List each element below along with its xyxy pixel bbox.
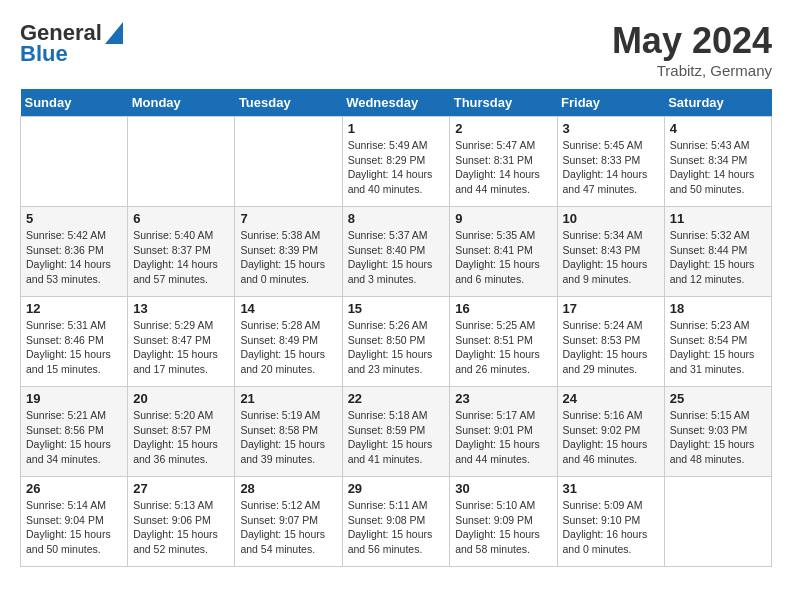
- day-info-line: Sunrise: 5:32 AM: [670, 229, 750, 241]
- day-info-line: Sunset: 8:39 PM: [240, 244, 318, 256]
- day-number: 20: [133, 391, 229, 406]
- day-info-line: Daylight: 15 hours: [563, 258, 648, 270]
- day-number: 9: [455, 211, 551, 226]
- weekday-header-saturday: Saturday: [664, 89, 771, 117]
- day-info-line: Daylight: 14 hours: [670, 168, 755, 180]
- calendar-cell: 25Sunrise: 5:15 AMSunset: 9:03 PMDayligh…: [664, 387, 771, 477]
- day-number: 8: [348, 211, 445, 226]
- day-info-line: and 44 minutes.: [455, 453, 530, 465]
- day-info-line: and 6 minutes.: [455, 273, 524, 285]
- day-number: 19: [26, 391, 122, 406]
- day-info: Sunrise: 5:12 AMSunset: 9:07 PMDaylight:…: [240, 498, 336, 557]
- calendar-cell: 8Sunrise: 5:37 AMSunset: 8:40 PMDaylight…: [342, 207, 450, 297]
- calendar-cell: 2Sunrise: 5:47 AMSunset: 8:31 PMDaylight…: [450, 117, 557, 207]
- location-subtitle: Trabitz, Germany: [612, 62, 772, 79]
- day-info-line: and 48 minutes.: [670, 453, 745, 465]
- day-info-line: and 15 minutes.: [26, 363, 101, 375]
- day-info-line: and 58 minutes.: [455, 543, 530, 555]
- day-info-line: Daylight: 15 hours: [455, 258, 540, 270]
- day-info-line: Sunset: 8:50 PM: [348, 334, 426, 346]
- day-info-line: Sunset: 8:53 PM: [563, 334, 641, 346]
- day-info-line: Sunset: 9:03 PM: [670, 424, 748, 436]
- day-info: Sunrise: 5:14 AMSunset: 9:04 PMDaylight:…: [26, 498, 122, 557]
- day-info: Sunrise: 5:10 AMSunset: 9:09 PMDaylight:…: [455, 498, 551, 557]
- day-info: Sunrise: 5:34 AMSunset: 8:43 PMDaylight:…: [563, 228, 659, 287]
- day-info-line: Daylight: 15 hours: [133, 528, 218, 540]
- day-info: Sunrise: 5:17 AMSunset: 9:01 PMDaylight:…: [455, 408, 551, 467]
- day-info-line: and 23 minutes.: [348, 363, 423, 375]
- day-number: 17: [563, 301, 659, 316]
- day-info: Sunrise: 5:31 AMSunset: 8:46 PMDaylight:…: [26, 318, 122, 377]
- day-info-line: Daylight: 15 hours: [240, 528, 325, 540]
- day-info-line: Sunrise: 5:40 AM: [133, 229, 213, 241]
- day-number: 3: [563, 121, 659, 136]
- weekday-header-friday: Friday: [557, 89, 664, 117]
- weekday-header-tuesday: Tuesday: [235, 89, 342, 117]
- day-number: 1: [348, 121, 445, 136]
- day-info-line: Sunset: 8:34 PM: [670, 154, 748, 166]
- calendar-cell: 4Sunrise: 5:43 AMSunset: 8:34 PMDaylight…: [664, 117, 771, 207]
- day-info-line: and 26 minutes.: [455, 363, 530, 375]
- day-info-line: Sunset: 8:54 PM: [670, 334, 748, 346]
- day-info-line: Daylight: 15 hours: [563, 438, 648, 450]
- day-info: Sunrise: 5:26 AMSunset: 8:50 PMDaylight:…: [348, 318, 445, 377]
- day-info-line: Sunrise: 5:24 AM: [563, 319, 643, 331]
- day-info-line: and 56 minutes.: [348, 543, 423, 555]
- day-info-line: Daylight: 15 hours: [670, 438, 755, 450]
- day-info-line: Sunset: 9:08 PM: [348, 514, 426, 526]
- day-info-line: Sunrise: 5:34 AM: [563, 229, 643, 241]
- weekday-header-monday: Monday: [128, 89, 235, 117]
- day-number: 2: [455, 121, 551, 136]
- day-info-line: and 0 minutes.: [240, 273, 309, 285]
- day-info-line: and 40 minutes.: [348, 183, 423, 195]
- day-info-line: Daylight: 15 hours: [240, 348, 325, 360]
- day-info-line: Sunset: 9:09 PM: [455, 514, 533, 526]
- day-info-line: Sunset: 9:01 PM: [455, 424, 533, 436]
- day-info-line: Daylight: 14 hours: [348, 168, 433, 180]
- calendar-cell: 23Sunrise: 5:17 AMSunset: 9:01 PMDayligh…: [450, 387, 557, 477]
- day-info-line: Daylight: 15 hours: [348, 258, 433, 270]
- day-info-line: Sunset: 8:31 PM: [455, 154, 533, 166]
- calendar-cell: 20Sunrise: 5:20 AMSunset: 8:57 PMDayligh…: [128, 387, 235, 477]
- calendar-cell: [235, 117, 342, 207]
- day-info-line: and 46 minutes.: [563, 453, 638, 465]
- day-info-line: and 17 minutes.: [133, 363, 208, 375]
- day-info-line: Daylight: 15 hours: [670, 258, 755, 270]
- day-info: Sunrise: 5:28 AMSunset: 8:49 PMDaylight:…: [240, 318, 336, 377]
- day-info-line: Sunset: 8:33 PM: [563, 154, 641, 166]
- day-info-line: and 3 minutes.: [348, 273, 417, 285]
- day-info: Sunrise: 5:21 AMSunset: 8:56 PMDaylight:…: [26, 408, 122, 467]
- day-info-line: and 47 minutes.: [563, 183, 638, 195]
- day-info-line: Sunset: 8:40 PM: [348, 244, 426, 256]
- day-info-line: Sunrise: 5:09 AM: [563, 499, 643, 511]
- day-info-line: Sunset: 8:56 PM: [26, 424, 104, 436]
- calendar-cell: 21Sunrise: 5:19 AMSunset: 8:58 PMDayligh…: [235, 387, 342, 477]
- day-info-line: and 41 minutes.: [348, 453, 423, 465]
- day-number: 21: [240, 391, 336, 406]
- day-number: 23: [455, 391, 551, 406]
- calendar-cell: 9Sunrise: 5:35 AMSunset: 8:41 PMDaylight…: [450, 207, 557, 297]
- calendar-week-row: 19Sunrise: 5:21 AMSunset: 8:56 PMDayligh…: [21, 387, 772, 477]
- day-number: 27: [133, 481, 229, 496]
- day-info-line: Sunrise: 5:16 AM: [563, 409, 643, 421]
- day-info-line: Daylight: 15 hours: [240, 438, 325, 450]
- day-info-line: Sunrise: 5:14 AM: [26, 499, 106, 511]
- day-info: Sunrise: 5:19 AMSunset: 8:58 PMDaylight:…: [240, 408, 336, 467]
- day-info-line: Sunset: 9:10 PM: [563, 514, 641, 526]
- day-info: Sunrise: 5:09 AMSunset: 9:10 PMDaylight:…: [563, 498, 659, 557]
- day-number: 29: [348, 481, 445, 496]
- day-info-line: Sunset: 8:43 PM: [563, 244, 641, 256]
- weekday-header-thursday: Thursday: [450, 89, 557, 117]
- day-info-line: Sunrise: 5:21 AM: [26, 409, 106, 421]
- day-info-line: Daylight: 14 hours: [455, 168, 540, 180]
- day-number: 10: [563, 211, 659, 226]
- calendar-cell: 19Sunrise: 5:21 AMSunset: 8:56 PMDayligh…: [21, 387, 128, 477]
- day-info-line: Daylight: 15 hours: [26, 438, 111, 450]
- day-info: Sunrise: 5:47 AMSunset: 8:31 PMDaylight:…: [455, 138, 551, 197]
- calendar-cell: 15Sunrise: 5:26 AMSunset: 8:50 PMDayligh…: [342, 297, 450, 387]
- day-info-line: and 50 minutes.: [26, 543, 101, 555]
- day-info-line: Sunrise: 5:13 AM: [133, 499, 213, 511]
- day-info-line: Sunrise: 5:26 AM: [348, 319, 428, 331]
- day-info-line: Daylight: 15 hours: [348, 528, 433, 540]
- day-info-line: Sunrise: 5:45 AM: [563, 139, 643, 151]
